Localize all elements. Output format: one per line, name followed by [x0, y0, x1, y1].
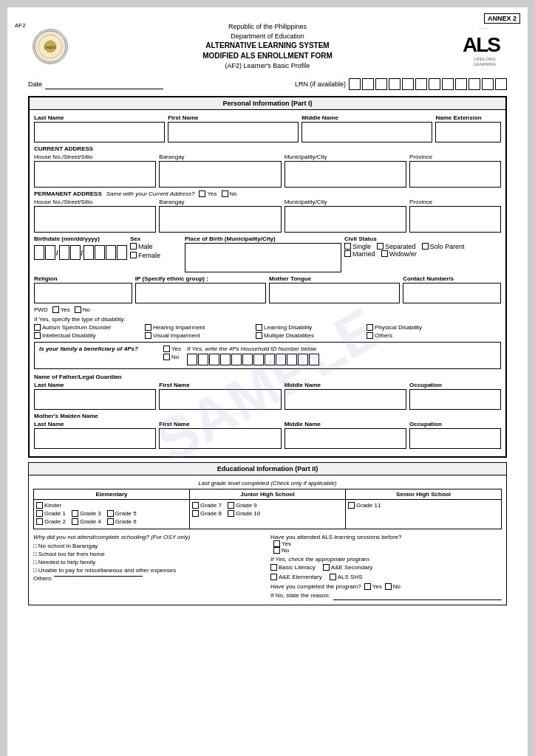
- visual-checkbox[interactable]: [145, 332, 151, 339]
- bd-m2[interactable]: [45, 245, 55, 260]
- solo-parent-checkbox[interactable]: [422, 243, 429, 250]
- bd-y1[interactable]: [84, 245, 94, 260]
- ip-input[interactable]: [135, 283, 266, 303]
- ae-elementary-checkbox[interactable]: [270, 574, 277, 580]
- perm-province-input[interactable]: [409, 206, 501, 233]
- male-checkbox[interactable]: [130, 243, 137, 250]
- separated-checkbox[interactable]: [377, 243, 384, 250]
- fp-box-10[interactable]: [287, 354, 297, 365]
- mother-occupation-input[interactable]: [409, 428, 501, 449]
- completed-yes-checkbox[interactable]: [364, 583, 371, 590]
- intellectual-checkbox[interactable]: [34, 332, 41, 339]
- bd-d2[interactable]: [70, 245, 81, 260]
- lrn-box-6[interactable]: [415, 78, 427, 90]
- perm-house-input[interactable]: [34, 206, 156, 233]
- fp-box-1[interactable]: [187, 354, 197, 365]
- kinder-checkbox[interactable]: [36, 502, 43, 509]
- fp-box-9[interactable]: [276, 354, 286, 365]
- lrn-box-3[interactable]: [375, 78, 387, 90]
- autism-checkbox[interactable]: [34, 324, 41, 331]
- fp-box-12[interactable]: [309, 354, 319, 365]
- ae-secondary-checkbox[interactable]: [323, 564, 330, 571]
- bd-m1[interactable]: [34, 245, 44, 260]
- grade2-checkbox[interactable]: [36, 518, 43, 525]
- no-checkbox[interactable]: [222, 190, 228, 197]
- guardian-first-input[interactable]: [159, 389, 281, 410]
- als-yes-checkbox[interactable]: [273, 540, 280, 547]
- municipality-input[interactable]: [284, 161, 406, 188]
- basic-literacy-checkbox[interactable]: [270, 564, 277, 571]
- grade4-checkbox[interactable]: [72, 518, 78, 525]
- learning-checkbox[interactable]: [256, 324, 262, 331]
- fp-box-8[interactable]: [265, 354, 275, 365]
- grade7-checkbox[interactable]: [192, 502, 199, 509]
- fp-box-4[interactable]: [220, 354, 231, 365]
- bd-y3[interactable]: [106, 245, 116, 260]
- bd-y4[interactable]: [117, 245, 127, 260]
- date-input[interactable]: [45, 79, 163, 89]
- grade3-checkbox[interactable]: [72, 510, 78, 517]
- completed-no-checkbox[interactable]: [385, 583, 392, 590]
- lrn-box-10[interactable]: [468, 78, 480, 90]
- grade10-checkbox[interactable]: [228, 510, 234, 517]
- mother-first-input[interactable]: [159, 428, 281, 449]
- perm-municipality-input[interactable]: [284, 206, 406, 233]
- fourps-yes-checkbox[interactable]: [163, 346, 170, 352]
- pwd-yes-checkbox[interactable]: [52, 306, 59, 313]
- yes-checkbox[interactable]: [199, 190, 205, 197]
- grade8-checkbox[interactable]: [192, 510, 199, 517]
- first-name-input[interactable]: [168, 122, 299, 142]
- grade6-checkbox[interactable]: [107, 518, 114, 525]
- grade5-checkbox[interactable]: [107, 510, 114, 517]
- physical-checkbox[interactable]: [367, 324, 373, 331]
- house-no-input[interactable]: [34, 161, 156, 188]
- last-name-input[interactable]: [34, 122, 165, 142]
- mother-middle-input[interactable]: [284, 428, 406, 449]
- fp-box-7[interactable]: [253, 354, 264, 365]
- province-input[interactable]: [409, 161, 501, 188]
- lrn-box-2[interactable]: [362, 78, 374, 90]
- female-checkbox[interactable]: [130, 252, 137, 258]
- married-checkbox[interactable]: [344, 250, 351, 257]
- middle-name-input[interactable]: [301, 122, 432, 142]
- fp-box-11[interactable]: [298, 354, 308, 365]
- place-birth-input[interactable]: [185, 243, 341, 272]
- perm-barangay-input[interactable]: [159, 206, 281, 233]
- bd-d1[interactable]: [59, 245, 69, 260]
- fourps-no-checkbox[interactable]: [163, 354, 170, 360]
- lrn-box-9[interactable]: [455, 78, 467, 90]
- multiple-checkbox[interactable]: [256, 332, 262, 339]
- fp-box-3[interactable]: [209, 354, 219, 365]
- guardian-last-input[interactable]: [34, 389, 156, 410]
- als-no-checkbox[interactable]: [273, 547, 280, 554]
- lrn-box-12[interactable]: [495, 78, 507, 90]
- grade11-checkbox[interactable]: [348, 502, 355, 509]
- lrn-box-5[interactable]: [402, 78, 414, 90]
- lrn-box-1[interactable]: [349, 78, 361, 90]
- fp-box-2[interactable]: [198, 354, 208, 365]
- widow-checkbox[interactable]: [381, 250, 388, 257]
- name-extension-input[interactable]: [435, 122, 501, 142]
- pwd-no-checkbox[interactable]: [75, 306, 81, 313]
- religion-input[interactable]: [34, 283, 132, 303]
- guardian-occupation-input[interactable]: [409, 389, 501, 410]
- lrn-box-8[interactable]: [442, 78, 454, 90]
- fp-box-6[interactable]: [242, 354, 253, 365]
- others-input[interactable]: [54, 576, 143, 577]
- guardian-middle-input[interactable]: [284, 389, 406, 410]
- fp-box-5[interactable]: [231, 354, 242, 365]
- barangay-input[interactable]: [159, 161, 281, 188]
- grade9-checkbox[interactable]: [228, 502, 234, 509]
- grade1-checkbox[interactable]: [36, 510, 43, 517]
- lrn-box-7[interactable]: [429, 78, 440, 90]
- hearing-checkbox[interactable]: [145, 324, 151, 331]
- lrn-box-4[interactable]: [389, 78, 401, 90]
- mother-tongue-input[interactable]: [269, 283, 400, 303]
- mother-last-input[interactable]: [34, 428, 156, 449]
- single-checkbox[interactable]: [344, 243, 351, 250]
- als-shs-checkbox[interactable]: [330, 574, 336, 580]
- contact-input[interactable]: [403, 283, 501, 303]
- reason-input[interactable]: [333, 591, 502, 600]
- lrn-box-11[interactable]: [482, 78, 494, 90]
- others-disability-checkbox[interactable]: [367, 332, 373, 339]
